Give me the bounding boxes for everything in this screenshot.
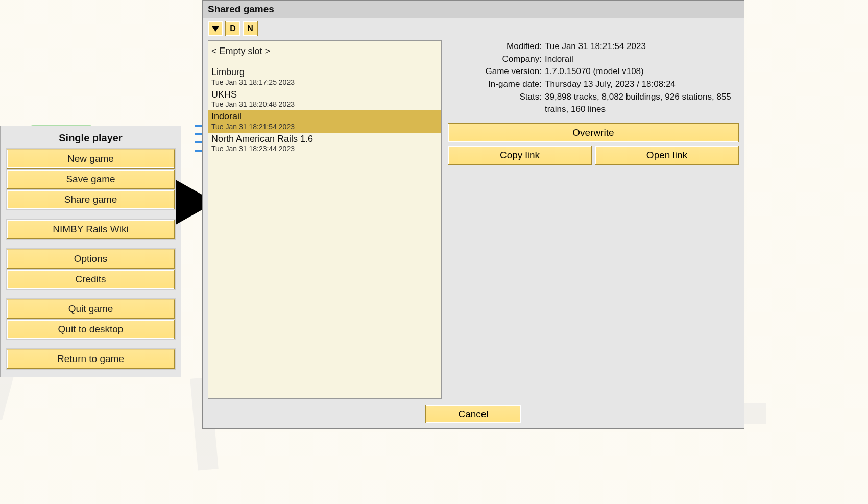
detail-value: Thursday 13 July, 2023 / 18:08:24 xyxy=(545,78,739,91)
list-item[interactable]: UKHS Tue Jan 31 18:20:48 2023 xyxy=(208,88,441,111)
quit-to-desktop-button[interactable]: Quit to desktop xyxy=(7,320,175,339)
copy-link-button[interactable]: Copy link xyxy=(448,146,592,165)
list-item[interactable]: North American Rails 1.6 Tue Jan 31 18:2… xyxy=(208,133,441,155)
map-rail xyxy=(195,125,202,127)
sort-dropdown-button[interactable] xyxy=(208,21,223,36)
detail-label: Company: xyxy=(448,53,545,66)
list-item-date: Tue Jan 31 18:17:25 2023 xyxy=(211,78,438,86)
overwrite-button[interactable]: Overwrite xyxy=(448,123,739,142)
credits-button[interactable]: Credits xyxy=(7,270,175,289)
list-item-name: Indorail xyxy=(211,111,438,123)
sort-by-date-button[interactable]: D xyxy=(225,21,240,36)
chevron-down-icon xyxy=(212,26,219,32)
detail-label: Game version: xyxy=(448,65,545,78)
shared-games-dialog: Shared games D N < Empty slot > Limburg … xyxy=(202,0,744,429)
sort-by-name-button[interactable]: N xyxy=(243,21,258,36)
options-button[interactable]: Options xyxy=(7,249,175,269)
list-item-name: North American Rails 1.6 xyxy=(211,134,438,145)
detail-label: Stats: xyxy=(448,91,545,116)
new-game-button[interactable]: New game xyxy=(7,149,175,169)
return-to-game-button[interactable]: Return to game xyxy=(7,349,175,369)
list-item-name: Limburg xyxy=(211,67,438,78)
list-item[interactable]: Limburg Tue Jan 31 18:17:25 2023 xyxy=(208,66,441,88)
save-details-pane: Modified:Tue Jan 31 18:21:54 2023 Compan… xyxy=(448,40,739,165)
detail-value: 1.7.0.15070 (model v108) xyxy=(545,65,739,78)
list-item-date: Tue Jan 31 18:21:54 2023 xyxy=(211,123,438,131)
list-item-date: Tue Jan 31 18:20:48 2023 xyxy=(211,100,438,108)
detail-value: Indorail xyxy=(545,53,739,66)
share-game-button[interactable]: Share game xyxy=(7,190,175,209)
list-item[interactable]: Indorail Tue Jan 31 18:21:54 2023 xyxy=(208,110,441,133)
wiki-button[interactable]: NIMBY Rails Wiki xyxy=(7,220,175,239)
list-item-date: Tue Jan 31 18:23:44 2023 xyxy=(211,145,438,153)
map-rail xyxy=(195,133,202,135)
detail-label: Modified: xyxy=(448,40,545,53)
dialog-title: Shared games xyxy=(203,1,744,18)
panel-title: Single player xyxy=(7,130,175,148)
map-rail xyxy=(195,141,202,143)
save-game-button[interactable]: Save game xyxy=(7,170,175,189)
single-player-panel: Single player New game Save game Share g… xyxy=(0,126,181,377)
detail-value: Tue Jan 31 18:21:54 2023 xyxy=(545,40,739,53)
saved-games-list[interactable]: < Empty slot > Limburg Tue Jan 31 18:17:… xyxy=(208,40,442,399)
empty-slot-item[interactable]: < Empty slot > xyxy=(208,41,441,66)
detail-label: In-game date: xyxy=(448,78,545,91)
list-item-name: UKHS xyxy=(211,89,438,101)
map-rail xyxy=(195,150,202,152)
quit-game-button[interactable]: Quit game xyxy=(7,299,175,319)
cancel-button[interactable]: Cancel xyxy=(425,405,521,423)
open-link-button[interactable]: Open link xyxy=(595,146,739,165)
detail-value: 39,898 tracks, 8,082 buildings, 926 stat… xyxy=(545,91,739,116)
